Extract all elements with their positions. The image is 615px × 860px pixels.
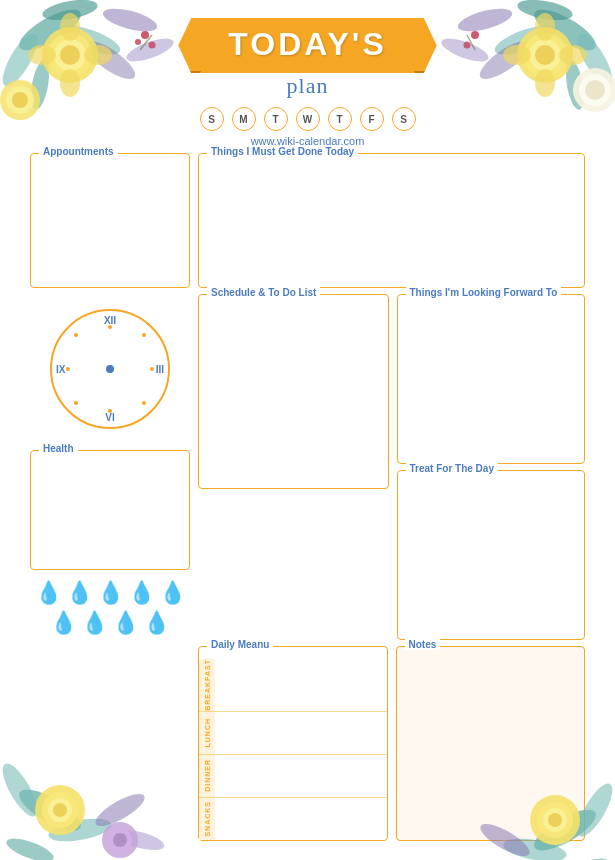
daily-menu-label: Daily Meanu [207,639,273,650]
drop-4: 💧 [128,580,155,606]
notes-section: Notes [396,646,586,841]
banner-shape: TODAY'S [178,18,436,73]
appointments-label: Appountments [39,146,118,157]
clock-center-dot [106,365,114,373]
dinner-label: DINNER [199,755,215,797]
clock-vi: VI [105,412,114,423]
middle-row: XII III VI IX [30,294,585,640]
snacks-content[interactable] [215,798,387,840]
clock-ix: IX [56,364,65,375]
health-label: Health [39,443,78,454]
right-column: Schedule & To Do List Things I'm Looking… [198,294,585,640]
breakfast-row: BREAKFAST [199,659,387,711]
lunch-row: LUNCH [199,711,387,754]
clock-container: XII III VI IX [30,294,190,444]
menu-rows: BREAKFAST LUNCH DINNER [199,659,387,840]
day-w: W [296,107,320,131]
breakfast-content[interactable] [215,659,387,711]
breakfast-label: BREAKFAST [199,659,215,711]
drop-2: 💧 [66,580,93,606]
days-row: S M T W T F S [0,107,615,131]
bottom-row: Daily Meanu BREAKFAST LUNCH [30,646,585,841]
notes-label: Notes [405,639,441,650]
drop-1: 💧 [35,580,62,606]
schedule-label: Schedule & To Do List [207,287,320,298]
left-column: XII III VI IX [30,294,190,640]
drop-6: 💧 [50,610,77,636]
banner-title: TODAY'S [228,26,386,62]
svg-point-61 [559,854,611,860]
water-drops: 💧 💧 💧 💧 💧 💧 💧 💧 💧 [30,576,190,640]
things-done-section: Things I Must Get Done Today [198,153,585,288]
plan-subtitle: plan [0,73,615,99]
drop-8: 💧 [112,610,139,636]
page: TODAY'S plan S M T W T F S www.wiki-cale… [0,0,615,860]
dot-bl [74,401,78,405]
drop-3: 💧 [97,580,124,606]
looking-forward-label: Things I'm Looking Forward To [406,287,562,298]
dot-top [108,325,112,329]
appointments-section: Appountments [30,153,190,288]
treat-label: Treat For The Day [406,463,498,474]
treat-section: Treat For The Day [397,470,586,640]
dot-bottom [108,409,112,413]
day-m: M [232,107,256,131]
dinner-row: DINNER [199,754,387,797]
dinner-content[interactable] [215,755,387,797]
things-done-label: Things I Must Get Done Today [207,146,358,157]
right-sub-column: Things I'm Looking Forward To Treat For … [397,294,586,640]
drop-5: 💧 [159,580,186,606]
daily-menu-section: Daily Meanu BREAKFAST LUNCH [198,646,388,841]
header: TODAY'S plan S M T W T F S www.wiki-cale… [0,0,615,147]
clock-iii: III [156,364,164,375]
website-url: www.wiki-calendar.com [0,135,615,147]
dot-left [66,367,70,371]
bottom-left-spacer [30,646,190,841]
day-f: F [360,107,384,131]
lunch-content[interactable] [215,712,387,754]
drop-9: 💧 [143,610,170,636]
day-s2: S [392,107,416,131]
looking-forward-section: Things I'm Looking Forward To [397,294,586,464]
banner: TODAY'S [178,18,436,73]
day-t2: T [328,107,352,131]
clock-face: XII III VI IX [50,309,170,429]
snacks-label: SNACKS [199,798,215,840]
drop-7: 💧 [81,610,108,636]
day-t1: T [264,107,288,131]
health-section: Health [30,450,190,570]
lunch-label: LUNCH [199,712,215,754]
dot-tl [74,333,78,337]
dot-br [142,401,146,405]
dot-right [150,367,154,371]
snacks-row: SNACKS [199,797,387,840]
dot-tr [142,333,146,337]
top-row: Appountments Things I Must Get Done Toda… [30,153,585,288]
day-s1: S [200,107,224,131]
content-area: Appountments Things I Must Get Done Toda… [0,153,615,841]
schedule-section: Schedule & To Do List [198,294,389,489]
